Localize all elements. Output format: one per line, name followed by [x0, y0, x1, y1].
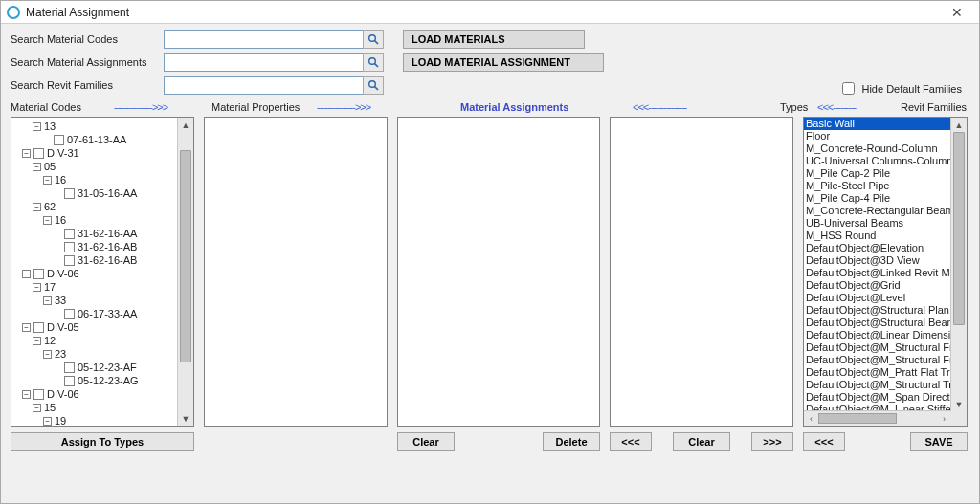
list-item[interactable]: DefaultObject@M_Structural Framing T: [804, 341, 967, 354]
clear-assignments-button[interactable]: Clear: [397, 432, 455, 451]
list-item[interactable]: DefaultObject@Structural Plan: [804, 304, 967, 317]
move-left-families-button[interactable]: <<<: [803, 432, 845, 451]
tree-node[interactable]: −12: [11, 334, 193, 347]
list-item[interactable]: M_Pile Cap-2 Pile: [804, 167, 967, 180]
load-assignment-button[interactable]: LOAD MATERIAL ASSIGNMENT: [403, 53, 604, 72]
tree-node[interactable]: −13: [11, 120, 193, 133]
tree-toggle-icon[interactable]: −: [43, 216, 52, 225]
search-assignments-button[interactable]: [363, 53, 384, 72]
tree-node[interactable]: −62: [11, 200, 193, 213]
close-button[interactable]: ✕: [941, 1, 973, 24]
tree-toggle-icon[interactable]: −: [43, 176, 52, 185]
clear-types-button[interactable]: Clear: [673, 432, 730, 451]
list-item[interactable]: M_HSS Round: [804, 230, 967, 242]
scroll-up-icon[interactable]: ▲: [178, 118, 193, 132]
list-item[interactable]: UC-Universal Columns-Column: [804, 155, 967, 167]
list-item[interactable]: DefaultObject@Linear Dimension Style: [804, 329, 967, 341]
list-item[interactable]: DefaultObject@M_Pratt Flat Truss: [804, 366, 967, 379]
move-right-types-button[interactable]: >>>: [751, 432, 793, 451]
list-item[interactable]: DefaultObject@M_Structural Truss Tag: [804, 379, 967, 391]
list-item[interactable]: DefaultObject@Grid: [804, 279, 967, 292]
search-assignments-input[interactable]: [164, 53, 364, 72]
scrollbar-vertical[interactable]: ▲ ▼: [950, 118, 967, 426]
tree-toggle-icon[interactable]: −: [22, 390, 31, 399]
tree-checkbox[interactable]: [33, 269, 44, 279]
list-item[interactable]: DefaultObject@M_Structural Framing T: [804, 354, 967, 366]
tree-node[interactable]: −16: [11, 173, 193, 186]
list-item[interactable]: M_Pile-Steel Pipe: [804, 180, 967, 192]
tree-toggle-icon[interactable]: −: [22, 323, 31, 332]
list-item[interactable]: DefaultObject@3D View: [804, 254, 967, 267]
tree-toggle-icon[interactable]: −: [33, 203, 41, 211]
tree-checkbox[interactable]: [64, 229, 75, 239]
tree-node[interactable]: −15: [11, 401, 193, 414]
tree-node[interactable]: 05-12-23-AF: [11, 361, 193, 374]
list-item[interactable]: DefaultObject@M_Span Direction: [804, 391, 967, 404]
list-item[interactable]: DefaultObject@Structural Beam System: [804, 317, 967, 329]
tree-checkbox[interactable]: [54, 135, 64, 145]
tree-node[interactable]: −DIV-06: [11, 267, 193, 280]
list-item[interactable]: M_Concrete-Round-Column: [804, 142, 967, 155]
tree-node[interactable]: 05-12-23-AG: [11, 374, 193, 387]
tree-node[interactable]: −16: [11, 213, 193, 227]
tree-toggle-icon[interactable]: −: [33, 283, 41, 292]
scroll-thumb[interactable]: [953, 132, 965, 325]
hide-default-families-checkbox[interactable]: [842, 82, 855, 95]
search-codes-input[interactable]: [164, 30, 364, 49]
search-revit-button[interactable]: [363, 76, 384, 95]
material-codes-tree[interactable]: −1307-61-13-AA−DIV-31−05−1631-05-16-AA−6…: [11, 118, 193, 427]
tree-node[interactable]: −19: [11, 414, 193, 427]
scroll-thumb[interactable]: [180, 150, 191, 362]
tree-node[interactable]: 31-62-16-AA: [11, 227, 193, 240]
delete-button[interactable]: Delete: [543, 432, 600, 451]
tree-toggle-icon[interactable]: −: [43, 417, 52, 426]
load-materials-button[interactable]: LOAD MATERIALS: [403, 30, 585, 49]
scroll-down-icon[interactable]: ▼: [951, 397, 967, 411]
tree-checkbox[interactable]: [64, 188, 75, 199]
scroll-right-icon[interactable]: ›: [937, 411, 951, 426]
list-item[interactable]: Basic Wall: [804, 118, 967, 130]
tree-toggle-icon[interactable]: −: [22, 149, 31, 158]
move-left-types-button[interactable]: <<<: [610, 432, 652, 451]
tree-node[interactable]: 06-17-33-AA: [11, 307, 193, 320]
tree-checkbox[interactable]: [64, 242, 75, 252]
search-codes-button[interactable]: [363, 30, 384, 49]
tree-node[interactable]: −DIV-05: [11, 320, 193, 334]
scrollbar-vertical[interactable]: ▲ ▼: [177, 118, 193, 426]
tree-node[interactable]: 31-62-16-AB: [11, 240, 193, 253]
list-item[interactable]: DefaultObject@Linked Revit Model: [804, 267, 967, 279]
save-button[interactable]: SAVE: [910, 432, 968, 451]
tree-checkbox[interactable]: [64, 376, 75, 386]
tree-toggle-icon[interactable]: −: [33, 404, 41, 412]
tree-node[interactable]: −23: [11, 347, 193, 361]
tree-node[interactable]: −17: [11, 280, 193, 294]
tree-checkbox[interactable]: [33, 322, 44, 333]
tree-node[interactable]: −DIV-06: [11, 387, 193, 401]
list-item[interactable]: M_Pile Cap-4 Pile: [804, 192, 967, 205]
tree-checkbox[interactable]: [33, 389, 44, 400]
tree-node[interactable]: 07-61-13-AA: [11, 133, 193, 146]
assign-to-types-button[interactable]: Assign To Types: [11, 432, 194, 451]
tree-toggle-icon[interactable]: −: [33, 337, 41, 345]
tree-toggle-icon[interactable]: −: [43, 296, 52, 305]
revit-families-list[interactable]: Basic WallFloorM_Concrete-Round-ColumnUC…: [804, 118, 967, 426]
tree-toggle-icon[interactable]: −: [22, 270, 31, 278]
tree-checkbox[interactable]: [64, 255, 75, 266]
tree-toggle-icon[interactable]: −: [33, 163, 41, 171]
tree-node[interactable]: 31-62-16-AB: [11, 253, 193, 267]
tree-toggle-icon[interactable]: −: [33, 122, 41, 131]
tree-node[interactable]: −05: [11, 160, 193, 173]
list-item[interactable]: UB-Universal Beams: [804, 217, 967, 230]
scroll-thumb[interactable]: [818, 413, 897, 424]
scrollbar-horizontal[interactable]: ‹ ›: [804, 410, 951, 426]
tree-node[interactable]: 31-05-16-AA: [11, 186, 193, 200]
tree-checkbox[interactable]: [64, 362, 75, 373]
search-revit-input[interactable]: [164, 76, 364, 95]
scroll-left-icon[interactable]: ‹: [804, 411, 818, 426]
list-item[interactable]: M_Concrete-Rectangular Beam: [804, 205, 967, 217]
tree-node[interactable]: −33: [11, 294, 193, 307]
list-item[interactable]: DefaultObject@Elevation: [804, 242, 967, 254]
tree-checkbox[interactable]: [33, 148, 44, 159]
tree-node[interactable]: −DIV-31: [11, 146, 193, 160]
scroll-up-icon[interactable]: ▲: [951, 118, 967, 132]
